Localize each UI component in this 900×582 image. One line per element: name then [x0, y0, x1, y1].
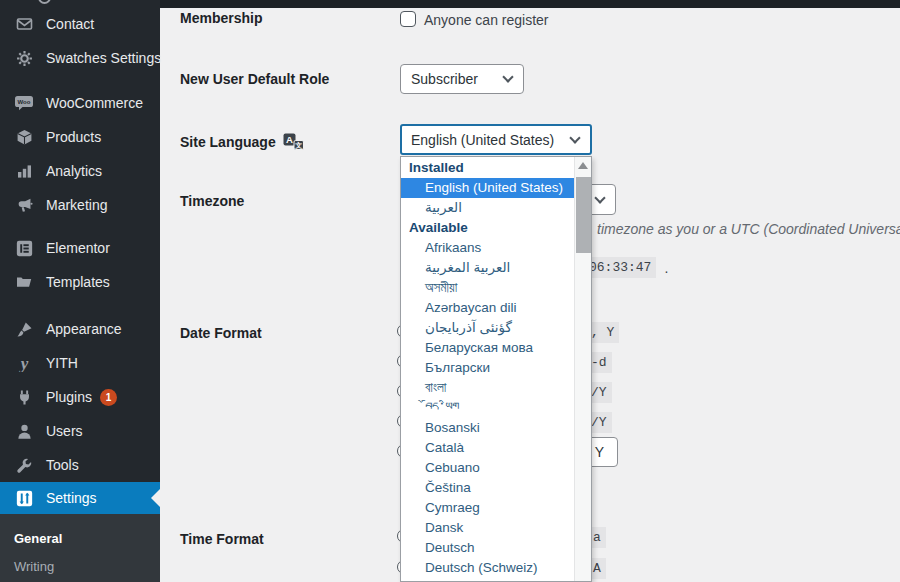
language-option[interactable]: Deutsch (Schweiz)	[401, 558, 574, 578]
language-option[interactable]: Deutsch	[401, 538, 574, 558]
utc-time-code: 06:33:47	[584, 257, 656, 278]
date-format-custom-value: Y	[595, 444, 604, 460]
site-language-listbox: InstalledEnglish (United States)العربيةA…	[400, 156, 592, 582]
chevron-down-icon	[569, 132, 580, 143]
default-role-value: Subscriber	[411, 71, 478, 87]
sidebar-item-label: Templates	[46, 274, 110, 290]
utc-time-after: .	[664, 260, 668, 276]
language-option[interactable]: Afrikaans	[401, 238, 574, 258]
date-format-label: Date Format	[180, 325, 262, 341]
time-format-label: Time Format	[180, 531, 264, 547]
sidebar-item-plugins[interactable]: Plugins1	[0, 380, 160, 414]
sidebar-item-templates[interactable]: Templates	[0, 265, 160, 299]
sidebar-item-marketing[interactable]: Marketing	[0, 188, 160, 222]
language-option[interactable]: Bosanski	[401, 418, 574, 438]
listbox-scrollbar[interactable]	[574, 157, 591, 581]
yith-icon: y	[12, 354, 36, 372]
language-option[interactable]: Cymraeg	[401, 498, 574, 518]
sidebar-item-products[interactable]: Products	[0, 120, 160, 154]
sidebar-item-label: Swatches Settings	[46, 50, 161, 66]
sidebar-item-users[interactable]: Users	[0, 414, 160, 448]
language-option[interactable]: العربية	[401, 198, 574, 218]
sidebar-item-woocommerce[interactable]: WooWooCommerce	[0, 86, 160, 120]
paintbrush-icon	[12, 320, 36, 338]
cutoff-menu-icon	[38, 0, 51, 4]
site-language-value: English (United States)	[411, 132, 554, 148]
language-option[interactable]: گؤنئی آذربایجان	[401, 318, 574, 338]
sidebar-item-label: Settings	[46, 490, 97, 506]
sidebar-item-appearance[interactable]: Appearance	[0, 312, 160, 346]
folder-icon	[12, 273, 36, 291]
wrench-icon	[12, 456, 36, 474]
utc-time-line: 06:33:47 .	[584, 257, 668, 278]
language-option[interactable]: অসমীয়া	[401, 278, 574, 298]
timezone-description: timezone as you or a UTC (Coordinated Un…	[597, 221, 900, 237]
language-option[interactable]: Беларуская мова	[401, 338, 574, 358]
sidebar-item-yith[interactable]: yYITH	[0, 346, 160, 380]
sidebar-item-tools[interactable]: Tools	[0, 448, 160, 482]
default-role-select[interactable]: Subscriber	[400, 64, 524, 94]
default-role-label: New User Default Role	[180, 71, 329, 87]
bar-chart-icon	[12, 162, 36, 180]
submenu-item-general[interactable]: General	[0, 524, 160, 552]
site-language-select[interactable]: English (United States)	[400, 124, 592, 155]
svg-text:y: y	[18, 355, 28, 372]
language-option[interactable]: Български	[401, 358, 574, 378]
chevron-down-icon	[502, 71, 513, 82]
scroll-up-arrow-icon[interactable]	[578, 162, 588, 169]
sidebar-item-settings[interactable]: Settings	[0, 482, 160, 514]
language-option[interactable]: Català	[401, 438, 574, 458]
sidebar-item-label: Products	[46, 129, 101, 145]
plug-icon	[12, 388, 36, 406]
scrollbar-thumb[interactable]	[576, 177, 591, 253]
sliders-icon	[12, 489, 36, 507]
sidebar-item-elementor[interactable]: Elementor	[0, 231, 160, 265]
sidebar-item-label: Plugins	[46, 389, 92, 405]
sidebar-item-contact[interactable]: Contact	[0, 7, 160, 41]
megaphone-icon	[12, 196, 36, 214]
membership-label: Membership	[180, 10, 262, 26]
anyone-can-register-checkbox[interactable]	[400, 11, 416, 27]
admin-sidebar: ContactSwatches SettingsWooWooCommercePr…	[0, 0, 160, 582]
language-option[interactable]: English (United States)	[401, 178, 574, 198]
user-icon	[12, 422, 36, 440]
site-language-label-row: Site Language A 文	[180, 133, 304, 150]
sidebar-item-label: YITH	[46, 355, 78, 371]
language-option[interactable]: Čeština	[401, 478, 574, 498]
sidebar-item-label: Elementor	[46, 240, 110, 256]
language-option[interactable]: Azərbaycan dili	[401, 298, 574, 318]
settings-submenu: GeneralWriting	[0, 514, 160, 582]
site-language-label: Site Language	[180, 134, 276, 150]
envelope-icon	[12, 15, 36, 33]
sidebar-item-label: WooCommerce	[46, 95, 143, 111]
timezone-label: Timezone	[180, 193, 244, 209]
language-group-header: Installed	[401, 158, 574, 178]
chevron-down-icon	[594, 192, 605, 203]
language-group-header: Available	[401, 218, 574, 238]
language-options: InstalledEnglish (United States)العربيةA…	[401, 158, 574, 578]
sidebar-item-label: Analytics	[46, 163, 102, 179]
submenu-item-writing[interactable]: Writing	[0, 552, 160, 580]
translation-icon: A 文	[283, 133, 304, 150]
sidebar-item-analytics[interactable]: Analytics	[0, 154, 160, 188]
svg-text:文: 文	[294, 141, 302, 149]
admin-bar	[160, 0, 900, 8]
language-option[interactable]: Cebuano	[401, 458, 574, 478]
sidebar-item-label: Contact	[46, 16, 94, 32]
language-option[interactable]: བོད་ཡིག	[401, 398, 574, 418]
anyone-can-register-label: Anyone can register	[424, 12, 549, 28]
update-count-badge: 1	[100, 389, 117, 406]
svg-text:Woo: Woo	[18, 99, 31, 105]
language-option[interactable]: বাংলা	[401, 378, 574, 398]
sidebar-item-label: Users	[46, 423, 83, 439]
sidebar-item-label: Tools	[46, 457, 79, 473]
sidebar-item-swatches-settings[interactable]: Swatches Settings	[0, 41, 160, 75]
gear-icon	[12, 49, 36, 67]
sidebar-item-label: Appearance	[46, 321, 122, 337]
sidebar-item-label: Marketing	[46, 197, 107, 213]
elementor-icon	[12, 239, 36, 257]
language-option[interactable]: العربية المغربية	[401, 258, 574, 278]
language-option[interactable]: Dansk	[401, 518, 574, 538]
svg-text:A: A	[286, 134, 293, 145]
woocommerce-icon: Woo	[12, 94, 36, 112]
